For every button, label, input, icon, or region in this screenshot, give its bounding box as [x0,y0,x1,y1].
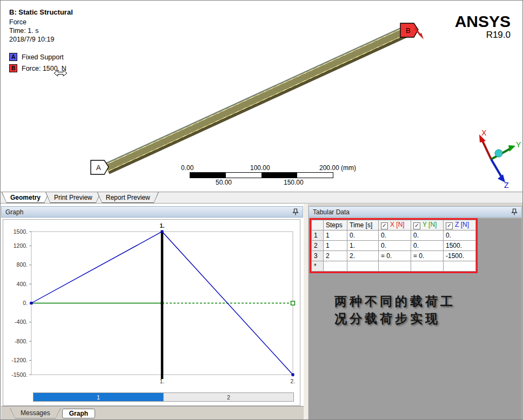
table-cell[interactable]: 0. [444,231,476,241]
table-row: 110.0.0.0. [312,231,476,241]
y-tick-label: 1200. [14,242,28,249]
y-tick-label: -1200. [11,357,28,363]
y-tick-label: -1500. [11,371,28,378]
load-step-bar: 1 2 [33,392,294,402]
bottom-tabstrip: Messages Graph [1,406,304,420]
chinese-annotation: 两种不同的载荷工 况分载荷步实现 [334,293,455,327]
table-cell[interactable]: 1. [347,241,379,251]
table-row: 211.0.0.1500. [312,241,476,251]
scale-ruler: 0.00 100.00 200.00 (mm) 50.00 150.00 [1,1,522,192]
table-cell[interactable]: -1500. [444,251,476,261]
row-header-cell[interactable]: 1 [312,231,324,241]
table-cell[interactable]: = 0. [379,251,411,261]
table-cell[interactable]: 0. [379,231,411,241]
load-history-chart[interactable]: -1500.-1200.-800.-400.0.400.800.1200.150… [3,219,300,406]
ruler-label-100: 100.00 [250,164,270,172]
z-force-marker [161,231,164,233]
tabular-content: Steps Time [s] ✓X [N] ✓Y [N] ✓Z [N] [309,218,522,419]
tabular-panel-header: Tabular Data [309,206,522,218]
z-force-marker [292,374,294,376]
ansys-mechanical-window: B: Static Structural Force Time: 1. s 20… [0,0,523,420]
table-row: * [312,261,476,272]
y-axis-checkbox[interactable]: ✓ [413,222,420,229]
table-cell[interactable]: 2. [347,251,379,261]
table-cell[interactable]: 1 [324,241,347,251]
tab-report-preview[interactable]: Report Preview [97,192,159,203]
ruler-label-150: 150.00 [284,179,304,186]
y-axis-label: Y [N] [423,221,437,228]
view-tabstrip: Geometry Print Preview Report Preview [1,192,522,204]
y-tick-label: 1500. [14,228,28,235]
x-column-header[interactable]: ✓X [N] [379,220,411,231]
panel-splitter[interactable] [304,204,308,420]
row-header-cell[interactable]: 3 [312,251,324,261]
row-header-cell[interactable]: 2 [312,241,324,251]
table-cell[interactable] [411,261,444,272]
table-cell[interactable]: = 0. [411,251,444,261]
table-cell[interactable]: 0. [411,241,444,251]
table-cell[interactable]: 1500. [444,241,476,251]
coordinate-triad[interactable]: X Y Z [463,128,521,188]
z-column-header[interactable]: ✓Z [N] [444,220,476,231]
y-column-header[interactable]: ✓Y [N] [411,220,444,231]
tabular-data-panel: Tabular Data Steps Time [s] [308,204,522,420]
z-axis-label: Z [N] [455,221,469,228]
row-header-cell[interactable]: * [312,261,324,272]
table-cell[interactable]: 1 [324,231,347,241]
tab-print-preview[interactable]: Print Preview [45,192,101,203]
tab-messages[interactable]: Messages [10,408,61,419]
geometry-viewport[interactable]: B: Static Structural Force Time: 1. s 20… [1,1,522,192]
z-force-marker [30,302,33,304]
pin-icon[interactable] [511,208,518,215]
y-tick-label: -800. [15,338,28,344]
x-axis-label: X [N] [390,221,405,228]
ruler-label-0: 0.00 [181,164,193,172]
tabular-panel-title: Tabular Data [313,208,511,216]
load-step-2-segment[interactable]: 2 [163,393,293,401]
tabular-data-table: Steps Time [s] ✓X [N] ✓Y [N] ✓Z [N] [311,220,476,272]
time-column-header[interactable]: Time [s] [347,220,379,231]
y-tick-label: 0. [23,300,28,306]
y-tick-label: 800. [17,261,28,268]
y-tick-label: 400. [17,281,28,287]
ruler-bar [190,172,333,178]
triad-z-label: Z [504,181,509,188]
table-cell[interactable] [379,261,411,272]
table-cell[interactable]: 0. [379,241,411,251]
corner-header-cell[interactable] [312,220,324,231]
xy-force-end-marker[interactable] [291,301,295,305]
table-cell[interactable] [324,261,347,272]
tab-graph[interactable]: Graph [62,409,95,418]
ruler-label-50: 50.00 [216,179,232,186]
ruler-label-200: 200.00 (mm) [319,164,356,172]
triad-x-label: X [481,128,487,137]
graph-panel-header: Graph [1,206,303,218]
current-time-label: 1. [159,222,164,229]
table-row: 322.= 0.= 0.-1500. [312,251,476,261]
z-axis-checkbox[interactable]: ✓ [446,222,453,229]
load-step-1-segment[interactable]: 1 [33,393,163,401]
tab-geometry[interactable]: Geometry [2,192,49,203]
x-axis-checkbox[interactable]: ✓ [381,222,388,229]
table-cell[interactable] [347,261,379,272]
graph-panel: Graph -1500.-1200.-800.-400.0.400.800.12… [1,204,304,420]
table-cell[interactable] [444,261,476,272]
y-tick-label: -400. [15,319,28,325]
lower-pane: Graph -1500.-1200.-800.-400.0.400.800.12… [1,204,522,420]
steps-column-header[interactable]: Steps [324,220,347,231]
table-cell[interactable]: 2 [324,251,347,261]
graph-panel-title: Graph [5,208,292,216]
table-cell[interactable]: 0. [411,231,444,241]
highlight-red-border: Steps Time [s] ✓X [N] ✓Y [N] ✓Z [N] [310,218,478,273]
pin-icon[interactable] [292,208,299,215]
x-tick-label: 2. [291,378,296,384]
triad-y-label: Y [516,140,521,149]
table-cell[interactable]: 0. [347,231,379,241]
